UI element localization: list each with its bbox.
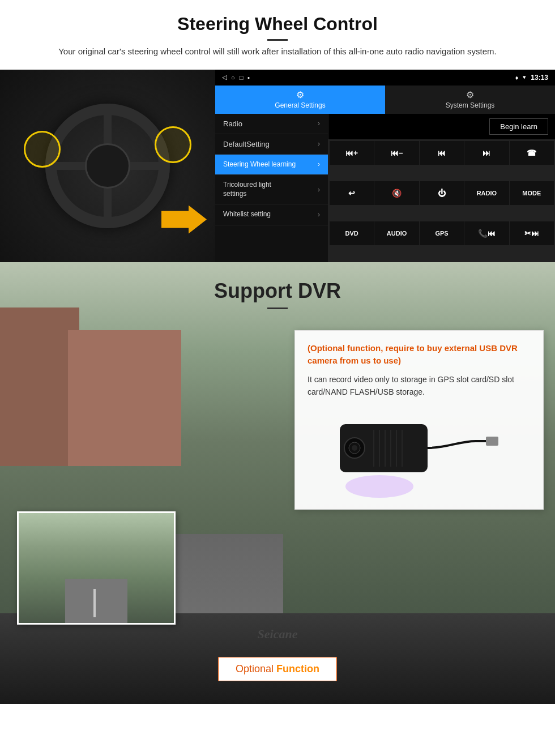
svg-point-3 (352, 445, 357, 451)
steering-wheel-bg (0, 70, 215, 262)
dvr-section-header: Support DVR (0, 262, 555, 315)
menu-arrow-tricoloured: › (318, 186, 320, 194)
ctrl-btn-vol-plus[interactable]: ⏮+ (330, 141, 374, 165)
android-statusbar: ◁ ○ □ ▪ ♦ ▾ 13:13 (215, 70, 555, 86)
dvr-section: Support DVR (Optional function, require … (0, 262, 555, 704)
wheel-outer (45, 104, 170, 228)
wifi-icon: ▾ (523, 74, 526, 81)
building-mid (68, 330, 181, 466)
menu-icon: ▪ (247, 74, 250, 81)
tab-system-label: System Settings (446, 101, 495, 109)
menu-arrow-radio: › (318, 119, 320, 127)
menu-whitelist-label: Whitelist setting (223, 210, 271, 219)
statusbar-nav-icons: ◁ ○ □ ▪ (222, 74, 250, 81)
tab-general-settings[interactable]: ⚙ General Settings (215, 86, 385, 114)
menu-default-label: DefaultSetting (223, 140, 270, 148)
tab-system-settings[interactable]: ⚙ System Settings (385, 86, 555, 114)
android-content: Radio › DefaultSetting › Steering Wheel … (215, 114, 555, 262)
gear-icon-system: ⚙ (466, 89, 474, 100)
ctrl-btn-audio[interactable]: AUDIO (374, 221, 419, 245)
menu-item-steering-wheel[interactable]: Steering Wheel learning › (215, 155, 328, 176)
menu-item-whitelist[interactable]: Whitelist setting › (215, 204, 328, 225)
steering-section-header: Steering Wheel Control Your original car… (0, 0, 555, 63)
highlight-circle-left (24, 131, 61, 168)
signal-icon: ♦ (515, 74, 519, 81)
page-title: Steering Wheel Control (23, 14, 532, 35)
dvr-info-box: (Optional function, require to buy exter… (294, 330, 544, 510)
thumb-road (65, 579, 127, 623)
ctrl-btn-vol-minus[interactable]: ⏮– (374, 141, 419, 165)
optional-label: Optional (236, 663, 274, 674)
home-icon: ○ (231, 74, 235, 81)
dvr-info-title: (Optional function, require to buy exter… (308, 342, 531, 368)
ctrl-btn-power[interactable]: ⏻ (420, 181, 464, 205)
dvr-info-text: It can record video only to storage in G… (308, 373, 531, 399)
steering-wheel-image (0, 70, 215, 262)
recents-icon: □ (240, 74, 244, 81)
seicane-watermark: Seicane (258, 627, 298, 642)
highlight-circle-right (155, 126, 191, 163)
wheel-inner (85, 143, 130, 189)
ctrl-btn-next[interactable]: ⏭ (464, 141, 509, 165)
begin-learn-row: Begin learn (328, 114, 555, 140)
menu-arrow-default: › (318, 140, 320, 148)
steering-content-area: ◁ ○ □ ▪ ♦ ▾ 13:13 ⚙ General Settings ⚙ S… (0, 70, 555, 262)
statusbar-status-icons: ♦ ▾ 13:13 (515, 74, 548, 82)
ctrl-btn-gps[interactable]: GPS (420, 221, 464, 245)
ctrl-btn-prev[interactable]: ⏮ (420, 141, 464, 165)
ctrl-btn-call[interactable]: ☎ (510, 141, 554, 165)
optional-function-button[interactable]: Optional Function (218, 657, 337, 681)
ctrl-btn-mute[interactable]: 🔇 (374, 181, 419, 205)
function-label: Function (274, 663, 319, 674)
dvr-title: Support DVR (0, 279, 555, 303)
optional-function-container: Optional Function (218, 657, 337, 681)
settings-menu: Radio › DefaultSetting › Steering Wheel … (215, 114, 328, 262)
statusbar-time: 13:13 (531, 74, 548, 82)
ctrl-btn-cut-next[interactable]: ✂⏭ (510, 221, 554, 245)
dvr-title-divider (267, 307, 288, 309)
tab-general-label: General Settings (275, 101, 325, 109)
android-tabs: ⚙ General Settings ⚙ System Settings (215, 86, 555, 114)
gear-icon-general: ⚙ (296, 89, 304, 100)
begin-learn-button[interactable]: Begin learn (489, 118, 548, 135)
menu-item-tricoloured[interactable]: Tricoloured lightsettings › (215, 175, 328, 204)
title-divider (267, 39, 288, 41)
svg-point-11 (345, 475, 413, 498)
menu-item-defaultsetting[interactable]: DefaultSetting › (215, 134, 328, 155)
ctrl-btn-dvd[interactable]: DVD (330, 221, 374, 245)
ctrl-btn-radio[interactable]: RADIO (464, 181, 509, 205)
android-ui-panel: ◁ ○ □ ▪ ♦ ▾ 13:13 ⚙ General Settings ⚙ S… (215, 70, 555, 262)
dvr-device-svg (334, 407, 504, 498)
menu-item-radio[interactable]: Radio › (215, 114, 328, 134)
menu-arrow-steering: › (318, 160, 320, 168)
dvr-thumbnail-image (17, 511, 176, 625)
menu-arrow-whitelist: › (318, 211, 320, 219)
ctrl-btn-call-prev[interactable]: 📞⏮ (464, 221, 509, 245)
menu-radio-label: Radio (223, 119, 242, 128)
dvr-device-image (308, 407, 531, 498)
menu-tricoloured-label: Tricoloured lightsettings (223, 181, 271, 198)
svg-rect-10 (486, 437, 498, 446)
ctrl-btn-back[interactable]: ↩ (330, 181, 374, 205)
page-subtitle: Your original car's steering wheel contr… (34, 45, 521, 58)
ctrl-btn-mode[interactable]: MODE (510, 181, 554, 205)
back-icon: ◁ (222, 74, 227, 81)
control-panel: Begin learn ⏮+ ⏮– ⏮ ⏭ ☎ ↩ 🔇 ⏻ RADIO MODE… (328, 114, 555, 262)
control-buttons-grid: ⏮+ ⏮– ⏮ ⏭ ☎ ↩ 🔇 ⏻ RADIO MODE DVD AUDIO G… (328, 140, 555, 262)
menu-steering-label: Steering Wheel learning (223, 160, 296, 169)
thumb-road-line (93, 589, 96, 617)
arrow-yellow (161, 206, 207, 234)
building-left (0, 307, 79, 466)
